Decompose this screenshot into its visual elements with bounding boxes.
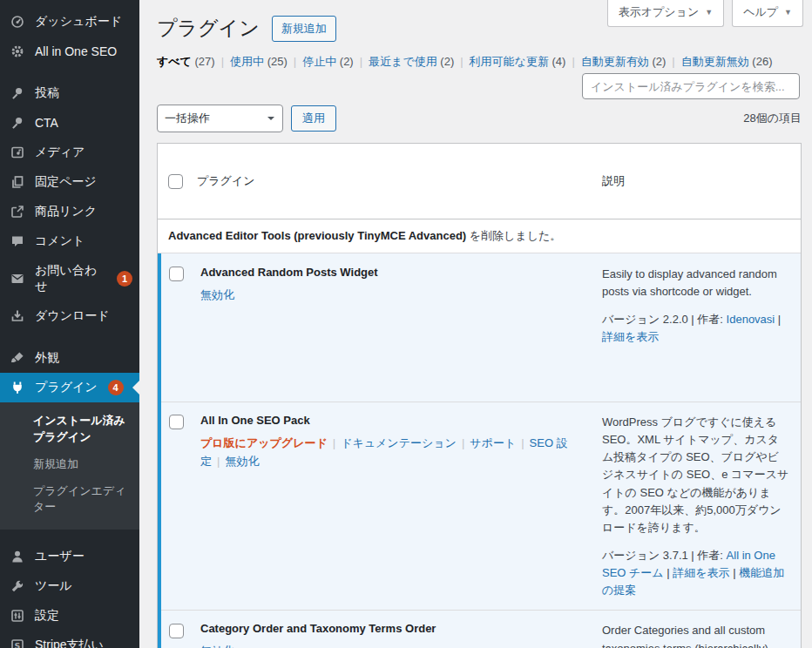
filter-count: (2) [440,55,454,68]
main-content: 表示オプション ▼ ヘルプ ▼ プラグイン 新規追加 すべて (27)|使用中 … [139,0,812,648]
sidebar-item-label: プラグイン [35,380,98,395]
plugin-name: Advanced Random Posts Widget [200,266,585,279]
sidebar-item-5[interactable]: 固定ページ [0,167,139,197]
filter-count: (27) [195,55,215,68]
column-header-plugin: プラグイン [197,173,602,189]
filter-link-2[interactable]: 停止中 (2) [302,55,354,68]
wordpress-admin-frame: ダッシュボードAll in One SEO投稿CTAメディア固定ページ商品リンク… [0,0,812,648]
filter-link-4[interactable]: 利用可能な更新 (4) [470,55,566,68]
sidebar-item-15[interactable]: SStripe支払い [0,631,139,648]
sidebar-item-2[interactable]: 投稿 [0,78,139,108]
sidebar-item-label: CTA [35,116,58,130]
submenu-item-2[interactable]: プラグインエディター [0,478,139,522]
sidebar-item-12[interactable]: ユーザー [0,542,139,571]
submenu-item-1[interactable]: 新規追加 [0,451,139,478]
row-checkbox[interactable] [169,415,184,429]
deleted-plugin-rest: を削除しました。 [466,229,561,242]
sidebar-item-label: ダウンロード [35,308,110,324]
screen-meta-tabs: 表示オプション ▼ ヘルプ ▼ [607,0,803,27]
filter-item: すべて (27)| [157,55,230,68]
plugin-description: Easily to display advanced random posts … [602,266,790,300]
sidebar-item-1[interactable]: All in One SEO [0,37,139,66]
upgrade-to-pro-link[interactable]: プロ版にアップグレード [200,436,328,449]
sidebar-item-label: お問い合わせ [35,263,106,294]
deleted-plugin-name: Advanced Editor Tools (previously TinyMC… [168,229,466,242]
bulk-actions-row: 一括操作 適用 28個の項目 [157,105,802,132]
action-link-0[interactable]: 無効化 [200,288,234,301]
user-icon [9,549,26,564]
filter-item: 停止中 (2)| [302,55,369,68]
action-link-4[interactable]: 無効化 [225,455,259,468]
filter-link-6[interactable]: 自動更新無効 (26) [681,55,773,68]
sidebar-item-13[interactable]: ツール [0,571,139,601]
action-link-2[interactable]: サポート [470,436,516,449]
apply-button[interactable]: 適用 [291,105,336,132]
plugin-row-3: Category Order and Taxonomy Terms Order無… [158,610,801,648]
action-link-1[interactable]: ドキュメンテーション [341,436,457,449]
row-checkbox[interactable] [169,624,184,638]
sidebar-item-4[interactable]: メディア [0,138,139,167]
sidebar-item-0[interactable]: ダッシュボード [0,7,139,37]
plugin-meta: バージョン 3.7.1 | 作者: All in One SEO チーム | 詳… [602,547,790,599]
wrench-icon [9,578,26,594]
screen-options-button[interactable]: 表示オプション ▼ [607,0,724,27]
sidebar-item-label: 投稿 [35,85,59,101]
sidebar-item-14[interactable]: 設定 [0,601,139,631]
filter-separator: | [221,55,224,68]
sidebar-item-3[interactable]: CTA [0,108,139,138]
submenu-item-0[interactable]: インストール済みプラグイン [0,408,139,451]
add-new-plugin-button[interactable]: 新規追加 [272,16,336,42]
brush-icon [9,350,26,366]
sidebar-item-9[interactable]: ダウンロード [0,301,139,331]
filter-count: (2) [652,55,666,68]
row-actions: 無効化 [200,643,585,648]
sidebar-item-10[interactable]: 外観 [0,343,139,373]
filter-link-3[interactable]: 最近まで使用 (2) [369,55,454,68]
chevron-down-icon: ▼ [784,8,792,17]
meta-text: バージョン 2.2.0 | 作者: [602,313,727,326]
plugin-status-filters: すべて (27)|使用中 (25)|停止中 (2)|最近まで使用 (2)|利用可… [157,53,802,71]
action-link-0[interactable]: 無効化 [200,645,234,648]
column-header-description: 説明 [602,173,801,189]
filter-count: (26) [752,55,772,68]
plugins-submenu: インストール済みプラグイン新規追加プラグインエディター [0,402,139,530]
sidebar-item-7[interactable]: コメント [0,226,139,256]
filter-link-5[interactable]: 自動更新有効 (2) [581,55,667,68]
plugin-description: Order Categories and all custom taxonomi… [602,622,790,648]
bulk-action-select-wrap: 一括操作 [157,105,283,132]
filter-count: (2) [340,55,354,68]
sidebar-item-label: ツール [35,578,72,594]
filter-separator: | [294,55,296,68]
sidebar-item-label: 固定ページ [35,174,97,190]
select-all-checkbox[interactable] [168,174,183,189]
help-button[interactable]: ヘルプ ▼ [732,0,803,27]
filter-link-0[interactable]: すべて (27) [157,55,215,68]
help-label: ヘルプ [743,4,778,20]
settings-icon [9,608,26,624]
bulk-action-select[interactable]: 一括操作 [157,105,283,132]
sidebar-item-label: ダッシュボード [35,14,122,30]
meta-link[interactable]: 詳細を表示 [602,330,659,343]
external-link-icon [9,204,26,219]
filter-separator: | [360,55,362,68]
media-icon [9,145,26,160]
search-installed-plugins-input[interactable] [582,73,800,99]
plugin-deleted-notice: Advanced Editor Tools (previously TinyMC… [158,219,801,253]
plugin-icon [9,380,26,395]
pin-icon [9,115,26,131]
items-count: 28個の項目 [743,111,802,126]
meta-link[interactable]: Idenovasi [727,313,775,326]
row-checkbox[interactable] [169,267,184,281]
meta-link[interactable]: 詳細を表示 [673,566,729,579]
chevron-down-icon: ▼ [705,8,713,17]
svg-text:S: S [15,641,21,648]
filter-item: 最近まで使用 (2)| [369,55,470,68]
sidebar-item-plugins-current[interactable]: プラグイン4 [0,373,139,402]
comment-icon [9,233,26,249]
sidebar-item-6[interactable]: 商品リンク [0,197,139,226]
stripe-icon: S [9,638,26,648]
filter-link-1[interactable]: 使用中 (25) [230,55,288,68]
filter-separator: | [460,55,463,68]
plugins-table: プラグイン 説明 Advanced Editor Tools (previous… [157,143,802,648]
sidebar-item-8[interactable]: お問い合わせ1 [0,256,139,301]
